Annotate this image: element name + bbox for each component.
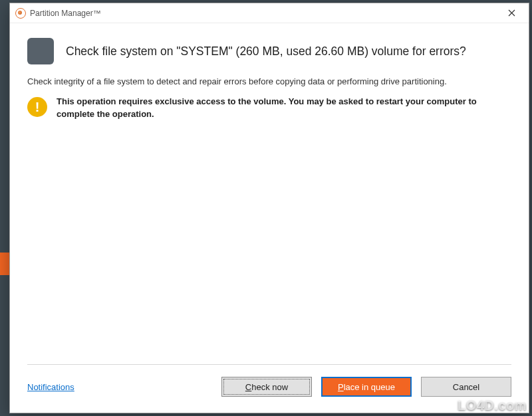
check-now-accel: C [245,382,251,392]
place-in-queue-button[interactable]: Place in queue [321,377,412,397]
close-icon[interactable] [499,4,523,23]
check-now-button[interactable]: Check now [221,377,312,397]
volume-icon [27,38,54,64]
warning-text: This operation requires exclusive access… [57,96,511,121]
dialog-footer: Notifications Check now Place in queue C… [10,377,529,413]
check-now-label: heck now [251,382,288,392]
place-accel: P [338,382,344,392]
sidebar-highlight [0,253,9,275]
cancel-button[interactable]: Cancel [421,377,511,397]
notifications-link[interactable]: Notifications [27,382,74,392]
warning-row: ! This operation requires exclusive acce… [27,96,511,121]
background-sidebar [0,0,9,416]
warning-icon: ! [27,97,47,117]
app-icon [15,8,26,19]
dialog-content: Check file system on "SYSTEM" (260 MB, u… [10,23,529,377]
heading-row: Check file system on "SYSTEM" (260 MB, u… [27,38,511,64]
window-title: Partition Manager™ [30,9,101,18]
titlebar: Partition Manager™ [10,3,529,23]
dialog-heading: Check file system on "SYSTEM" (260 MB, u… [66,44,466,59]
dialog-window: Partition Manager™ Check file system on … [9,3,529,413]
divider [27,364,511,365]
cancel-label: Cancel [453,382,479,392]
place-label: lace in queue [344,382,395,392]
dialog-description: Check integrity of a file system to dete… [27,76,511,86]
